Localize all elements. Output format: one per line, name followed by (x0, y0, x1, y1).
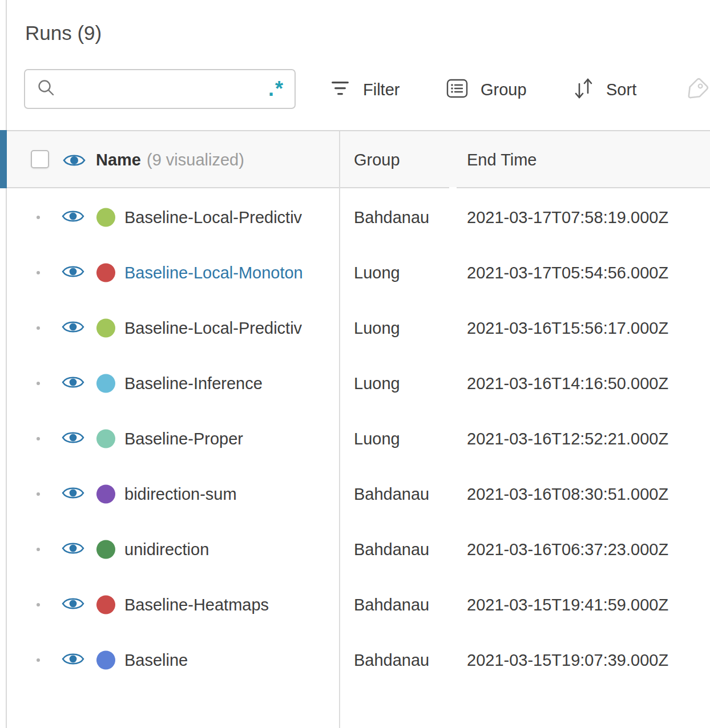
run-color-dot[interactable] (96, 374, 115, 393)
drag-handle-dot[interactable] (37, 271, 40, 274)
run-color-dot[interactable] (96, 318, 115, 337)
run-group: Bahdanau (354, 208, 429, 227)
visibility-eye-icon[interactable] (62, 208, 84, 227)
filter-lines-icon (330, 81, 350, 98)
drag-handle-dot[interactable] (37, 658, 40, 662)
run-name-link[interactable]: Baseline-Local-Predictiv (124, 318, 302, 337)
run-color-dot[interactable] (96, 540, 115, 559)
run-name-link[interactable]: Baseline-Proper (124, 429, 243, 448)
visibility-eye-icon[interactable] (62, 318, 84, 338)
table-row: Baseline-Proper Luong 2021-03-16T12:52:2… (0, 411, 710, 466)
run-end-time: 2021-03-17T05:54:56.000Z (467, 263, 668, 282)
table-row: Baseline-Inference Luong 2021-03-16T14:1… (0, 355, 710, 411)
list-icon (446, 79, 468, 100)
name-header-label: Name (96, 151, 141, 169)
run-group: Luong (354, 429, 400, 448)
run-end-time: 2021-03-17T07:58:19.000Z (467, 208, 668, 227)
table-row: Baseline Bahdanau 2021-03-15T19:07:39.00… (0, 632, 710, 687)
run-group: Luong (354, 374, 400, 393)
column-header-end-time[interactable]: End Time (467, 131, 537, 188)
run-color-dot[interactable] (96, 650, 115, 669)
run-color-dot[interactable] (96, 263, 115, 282)
run-group: Bahdanau (354, 595, 429, 614)
drag-handle-dot[interactable] (37, 216, 40, 219)
run-end-time: 2021-03-16T14:16:50.000Z (467, 374, 668, 393)
run-end-time: 2021-03-16T06:37:23.000Z (467, 540, 668, 559)
drag-handle-dot[interactable] (37, 603, 40, 606)
run-name-link[interactable]: Baseline-Local-Monoton (124, 263, 303, 282)
run-color-dot[interactable] (96, 595, 115, 614)
run-name-link[interactable]: Baseline-Local-Predictiv (124, 208, 302, 227)
drag-handle-dot[interactable] (37, 382, 40, 385)
runs-panel: Runs (9) .* Filter (0, 0, 710, 728)
visibility-eye-icon[interactable] (62, 540, 84, 559)
run-name-link[interactable]: Baseline-Heatmaps (124, 595, 269, 614)
panel-title: Runs (9) (25, 22, 102, 45)
search-input[interactable] (56, 73, 268, 105)
column-header-group[interactable]: Group (354, 131, 400, 188)
run-search-box: .* (24, 69, 296, 109)
visibility-eye-icon[interactable] (62, 374, 84, 393)
select-all-checkbox[interactable] (31, 150, 49, 168)
filter-label: Filter (363, 80, 400, 99)
sort-label: Sort (606, 80, 636, 99)
run-name-link[interactable]: Baseline-Inference (124, 374, 263, 393)
drag-handle-dot[interactable] (37, 548, 40, 551)
group-label: Group (481, 80, 527, 99)
column-resize-handle[interactable] (339, 131, 340, 728)
visibility-eye-icon[interactable] (62, 595, 84, 614)
run-end-time: 2021-03-16T12:52:21.000Z (467, 429, 668, 448)
run-group: Bahdanau (354, 484, 429, 503)
run-name-link[interactable]: Baseline (124, 650, 188, 669)
run-end-time: 2021-03-15T19:07:39.000Z (467, 650, 668, 669)
column-header-name[interactable]: Name (9 visualized) (96, 131, 244, 188)
visibility-eye-icon[interactable] (62, 650, 84, 670)
table-header: Name (9 visualized) Group End Time (0, 130, 710, 188)
table-row: bidirection-sum Bahdanau 2021-03-16T08:3… (0, 466, 710, 521)
run-group: Luong (354, 263, 400, 282)
header-accent-bar (0, 130, 7, 188)
visibility-eye-icon[interactable] (62, 429, 84, 448)
tag-icon[interactable] (681, 75, 710, 107)
table-row: Baseline-Local-Predictiv Luong 2021-03-1… (0, 300, 710, 355)
filter-button[interactable]: Filter (330, 73, 400, 106)
run-color-dot[interactable] (96, 208, 115, 227)
run-end-time: 2021-03-16T08:30:51.000Z (467, 484, 668, 503)
search-icon (37, 78, 56, 100)
table-row: unidirection Bahdanau 2021-03-16T06:37:2… (0, 521, 710, 577)
visibility-eye-icon[interactable] (62, 484, 84, 504)
run-group: Luong (354, 318, 400, 337)
table-row: Baseline-Local-Monoton Luong 2021-03-17T… (0, 245, 710, 300)
table-row: Baseline-Local-Predictiv Bahdanau 2021-0… (0, 189, 710, 245)
run-name-link[interactable]: unidirection (124, 540, 209, 559)
runs-table-body: Baseline-Local-Predictiv Bahdanau 2021-0… (0, 189, 710, 687)
arrows-up-down-icon (573, 77, 594, 102)
visibility-eye-icon[interactable] (62, 263, 84, 282)
sort-button[interactable]: Sort (573, 73, 636, 106)
drag-handle-dot[interactable] (37, 437, 40, 440)
drag-handle-dot[interactable] (37, 326, 40, 330)
run-group: Bahdanau (354, 650, 429, 669)
run-color-dot[interactable] (96, 484, 115, 503)
run-name-link[interactable]: bidirection-sum (124, 484, 237, 503)
run-color-dot[interactable] (96, 429, 115, 448)
column-resize-notch (449, 187, 457, 188)
drag-handle-dot[interactable] (37, 492, 40, 496)
visualized-count-label: (9 visualized) (147, 151, 244, 169)
run-end-time: 2021-03-16T15:56:17.000Z (467, 318, 668, 337)
table-row: Baseline-Heatmaps Bahdanau 2021-03-15T19… (0, 577, 710, 632)
toggle-all-visibility-eye-icon[interactable] (63, 152, 86, 171)
group-button[interactable]: Group (446, 73, 527, 106)
regex-toggle-icon[interactable]: .* (268, 83, 284, 95)
run-end-time: 2021-03-15T19:41:59.000Z (467, 595, 668, 614)
run-group: Bahdanau (354, 540, 429, 559)
